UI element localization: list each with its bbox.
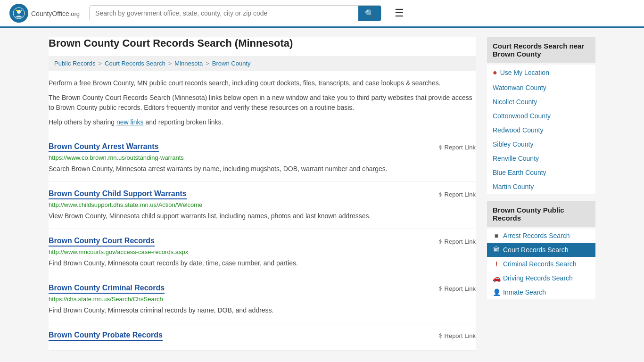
breadcrumb-sep-3: >	[206, 60, 209, 67]
result-desc: Search Brown County, Minnesota arrest wa…	[49, 164, 476, 174]
sidebar-item-watonwan[interactable]: Watonwan County	[487, 81, 595, 95]
arrest-records-link[interactable]: Arrest Records Search	[503, 232, 570, 239]
use-my-location-label: Use My Location	[500, 69, 549, 76]
description-3: Help others by sharing new links and rep…	[49, 117, 476, 127]
svg-point-2	[16, 10, 17, 11]
nicollet-link[interactable]: Nicollet County	[493, 98, 537, 106]
page-title: Brown County Court Records Search (Minne…	[49, 37, 476, 49]
new-links[interactable]: new links	[116, 118, 144, 126]
location-icon: ●	[493, 68, 497, 77]
result-url: http://www.mncourts.gov/access-case-reco…	[49, 248, 476, 255]
redwood-link[interactable]: Redwood County	[493, 126, 543, 134]
result-item: Brown County Child Support Warrants ⚕ Re…	[49, 182, 476, 229]
result-item: Brown County Probate Records ⚕ Report Li…	[49, 323, 476, 351]
driving-records-link[interactable]: Driving Records Search	[503, 274, 573, 282]
criminal-records-icon: !	[493, 260, 500, 268]
result-url: https://www.co.brown.mn.us/outstanding-w…	[49, 154, 476, 161]
breadcrumb-minnesota[interactable]: Minnesota	[174, 60, 203, 67]
martin-link[interactable]: Martin County	[493, 183, 534, 190]
report-link-icon: ⚕	[438, 238, 442, 246]
sibley-link[interactable]: Sibley County	[493, 140, 533, 148]
sidebar-item-redwood[interactable]: Redwood County	[487, 123, 595, 137]
logo[interactable]: CountyOffice.org	[9, 4, 80, 23]
breadcrumb: Public Records > Court Records Search > …	[49, 56, 476, 71]
watonwan-link[interactable]: Watonwan County	[493, 84, 546, 91]
breadcrumb-sep-2: >	[168, 60, 172, 67]
result-item: Brown County Court Records ⚕ Report Link…	[49, 229, 476, 276]
report-link-button[interactable]: ⚕ Report Link	[438, 190, 476, 199]
sidebar-item-cottonwood[interactable]: Cottonwood County	[487, 109, 595, 123]
public-records-header: Brown County Public Records	[487, 201, 595, 227]
inmate-search-icon: 👤	[493, 288, 500, 296]
result-desc: Find Brown County, Minnesota criminal re…	[49, 305, 476, 315]
report-link-icon: ⚕	[438, 190, 442, 199]
result-url: http://www.childsupport.dhs.state.mn.us/…	[49, 201, 476, 208]
report-link-icon: ⚕	[438, 285, 442, 293]
result-title[interactable]: Brown County Arrest Warrants	[49, 142, 159, 152]
sidebar-item-court-records[interactable]: 🏛 Court Records Search	[487, 243, 595, 257]
public-records-section: Brown County Public Records ■ Arrest Rec…	[487, 201, 595, 299]
sidebar-item-nicollet[interactable]: Nicollet County	[487, 95, 595, 109]
result-item: Brown County Arrest Warrants ⚕ Report Li…	[49, 135, 476, 182]
report-link-button[interactable]: ⚕ Report Link	[438, 143, 476, 152]
report-link-label: Report Link	[445, 285, 476, 292]
cottonwood-link[interactable]: Cottonwood County	[493, 112, 551, 120]
report-link-button[interactable]: ⚕ Report Link	[438, 332, 476, 340]
sidebar-item-blue-earth[interactable]: Blue Earth County	[487, 165, 595, 180]
logo-icon	[9, 4, 28, 23]
report-link-label: Report Link	[445, 238, 476, 245]
breadcrumb-sep-1: >	[98, 60, 102, 67]
result-title[interactable]: Brown County Criminal Records	[49, 284, 165, 294]
description-2: The Brown County Court Records Search (M…	[49, 93, 476, 113]
report-link-icon: ⚕	[438, 143, 442, 152]
search-icon: 🔍	[365, 9, 374, 17]
description-1: Perform a free Brown County, MN public c…	[49, 78, 476, 88]
description-area: Perform a free Brown County, MN public c…	[49, 78, 476, 127]
renville-link[interactable]: Renville County	[493, 155, 539, 162]
svg-point-1	[17, 10, 21, 14]
report-link-label: Report Link	[445, 332, 476, 339]
menu-button[interactable]: ☰	[391, 5, 408, 21]
breadcrumb-public-records[interactable]: Public Records	[54, 60, 95, 67]
result-desc: View Brown County, Minnesota child suppo…	[49, 211, 476, 221]
court-records-label: Court Records Search	[503, 246, 569, 254]
desc3-suffix: and reporting broken links.	[144, 118, 223, 126]
breadcrumb-brown-county[interactable]: Brown County	[212, 60, 251, 67]
sidebar-item-sibley[interactable]: Sibley County	[487, 137, 595, 151]
result-title[interactable]: Brown County Court Records	[49, 237, 155, 247]
sidebar-item-arrest-records[interactable]: ■ Arrest Records Search	[487, 229, 595, 243]
result-title[interactable]: Brown County Child Support Warrants	[49, 189, 187, 199]
result-url: https://chs.state.mn.us/Search/ChsSearch	[49, 296, 476, 303]
sidebar: Court Records Search near Brown County ●…	[487, 37, 595, 351]
sidebar-item-driving-records[interactable]: 🚗 Driving Records Search	[487, 271, 595, 285]
report-link-label: Report Link	[445, 144, 476, 151]
blue-earth-link[interactable]: Blue Earth County	[493, 169, 546, 176]
nearby-section: Court Records Search near Brown County ●…	[487, 37, 595, 194]
sidebar-item-criminal-records[interactable]: ! Criminal Records Search	[487, 257, 595, 271]
report-link-button[interactable]: ⚕ Report Link	[438, 285, 476, 293]
svg-point-3	[21, 10, 22, 11]
report-link-button[interactable]: ⚕ Report Link	[438, 238, 476, 246]
sidebar-item-martin[interactable]: Martin County	[487, 180, 595, 194]
result-item: Brown County Criminal Records ⚕ Report L…	[49, 276, 476, 323]
desc3-prefix: Help others by sharing	[49, 118, 116, 126]
use-my-location[interactable]: ● Use My Location	[487, 65, 595, 81]
results-list: Brown County Arrest Warrants ⚕ Report Li…	[49, 135, 476, 351]
report-link-icon: ⚕	[438, 332, 442, 340]
sidebar-item-renville[interactable]: Renville County	[487, 151, 595, 165]
result-desc: Find Brown County, Minnesota court recor…	[49, 258, 476, 268]
result-title[interactable]: Brown County Probate Records	[49, 331, 163, 341]
search-button[interactable]: 🔍	[358, 6, 381, 21]
inmate-search-link[interactable]: Inmate Search	[503, 288, 546, 296]
hamburger-icon: ☰	[395, 7, 404, 19]
breadcrumb-court-records[interactable]: Court Records Search	[105, 60, 165, 67]
logo-text: CountyOffice.org	[31, 8, 80, 18]
court-records-icon: 🏛	[493, 246, 500, 254]
search-bar: 🔍	[89, 5, 381, 21]
arrest-records-icon: ■	[493, 232, 500, 239]
sidebar-item-inmate-search[interactable]: 👤 Inmate Search	[487, 285, 595, 299]
criminal-records-link[interactable]: Criminal Records Search	[503, 260, 577, 268]
search-input[interactable]	[90, 6, 358, 21]
driving-records-icon: 🚗	[493, 274, 500, 282]
report-link-label: Report Link	[445, 191, 476, 198]
